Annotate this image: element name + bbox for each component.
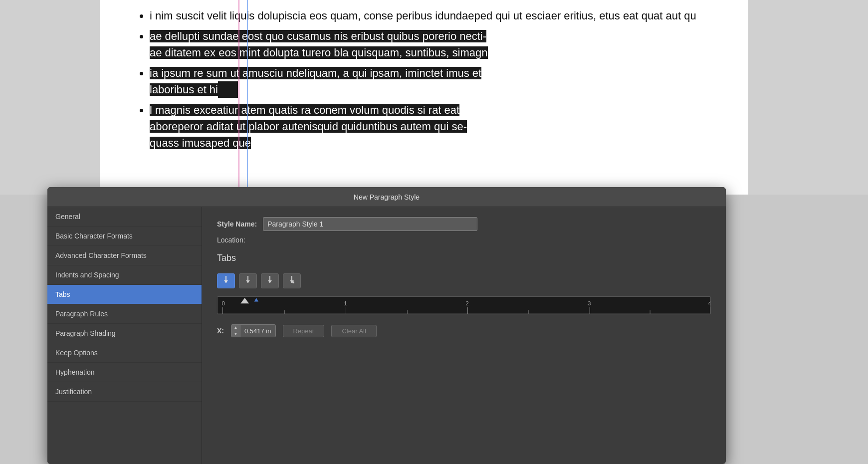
x-stepper-down[interactable]: ▼ [231, 331, 240, 337]
tab-left-icon [222, 276, 230, 286]
tab-right-icon [266, 276, 274, 286]
document-area: i nim suscit velit liquis dolupiscia eos… [0, 0, 868, 195]
sidebar-item-label: General [55, 213, 80, 221]
new-paragraph-style-dialog: New Paragraph Style General Basic Charac… [47, 187, 726, 464]
svg-marker-3 [246, 280, 250, 283]
location-label: Location: [217, 236, 245, 244]
main-panel: Style Name: Location: Tabs [202, 207, 726, 464]
svg-marker-25 [254, 298, 258, 302]
style-name-label: Style Name: [217, 220, 257, 228]
tab-ruler[interactable]: 0 1 2 3 4 [217, 296, 711, 314]
selected-text-1: ae dellupti sundae eost quo cusamus nis … [150, 30, 488, 59]
sidebar-item-label: Paragraph Shading [55, 329, 116, 337]
x-input-group: ▲ ▼ 0.5417 in [231, 324, 276, 337]
tab-decimal-icon [288, 276, 296, 286]
sidebar-item-justification[interactable]: Justification [47, 382, 202, 402]
svg-text:2: 2 [465, 301, 468, 306]
sidebar-item-basic-char[interactable]: Basic Character Formats [47, 227, 202, 246]
sidebar-item-tabs[interactable]: Tabs [47, 285, 202, 304]
page-content: i nim suscit velit liquis dolupiscia eos… [100, 0, 748, 195]
selected-text-3: l magnis exceatiur atem quatis ra conem … [150, 104, 467, 149]
sidebar-item-label: Indents and Spacing [55, 271, 119, 279]
tab-align-left-btn[interactable] [217, 273, 235, 288]
tab-buttons-row [217, 273, 711, 288]
clear-all-button[interactable]: Clear All [331, 325, 376, 337]
list-item-selected-2: ia ipsum re sum ut amusciu ndeliquam, a … [150, 65, 718, 98]
sidebar: General Basic Character Formats Advanced… [47, 207, 202, 464]
margin-line-pink [238, 0, 239, 195]
svg-text:0: 0 [221, 301, 224, 306]
repeat-button[interactable]: Repeat [283, 325, 325, 337]
sidebar-item-paragraph-rules[interactable]: Paragraph Rules [47, 304, 202, 324]
dialog-body: General Basic Character Formats Advanced… [47, 207, 726, 464]
sidebar-item-general[interactable]: General [47, 207, 202, 227]
section-title: Tabs [217, 253, 711, 263]
sidebar-item-paragraph-shading[interactable]: Paragraph Shading [47, 324, 202, 343]
svg-text:3: 3 [588, 301, 591, 306]
sidebar-item-label: Paragraph Rules [55, 310, 108, 318]
tab-center-icon [244, 276, 252, 286]
tab-align-decimal-btn[interactable] [283, 273, 301, 288]
style-name-row: Style Name: [217, 217, 711, 231]
location-row: Location: [217, 236, 711, 244]
x-field-row: X: ▲ ▼ 0.5417 in Repeat Clear All [217, 324, 711, 337]
bullet-text: i nim suscit velit liquis dolupiscia eos… [150, 9, 696, 22]
svg-text:4: 4 [708, 301, 710, 306]
document-text: i nim suscit velit liquis dolupiscia eos… [130, 7, 718, 151]
list-item-selected-3: l magnis exceatiur atem quatis ra conem … [150, 102, 718, 151]
sidebar-item-hyphenation[interactable]: Hyphenation [47, 363, 202, 382]
style-name-input[interactable] [263, 217, 477, 231]
x-stepper-up[interactable]: ▲ [231, 324, 240, 331]
ruler-svg: 0 1 2 3 4 [217, 297, 710, 314]
svg-point-8 [292, 281, 294, 283]
sidebar-item-advanced-char[interactable]: Advanced Character Formats [47, 246, 202, 265]
svg-marker-5 [268, 280, 272, 283]
list-item: i nim suscit velit liquis dolupiscia eos… [150, 7, 718, 24]
sidebar-item-keep-options[interactable]: Keep Options [47, 343, 202, 363]
sidebar-item-indents[interactable]: Indents and Spacing [47, 265, 202, 285]
sidebar-item-label: Keep Options [55, 349, 98, 357]
svg-text:1: 1 [344, 301, 347, 306]
svg-marker-24 [240, 298, 249, 303]
svg-marker-1 [224, 280, 228, 283]
sidebar-item-label: Advanced Character Formats [55, 251, 147, 259]
list-item-selected-1: ae dellupti sundae eost quo cusamus nis … [150, 28, 718, 61]
margin-line-blue [247, 0, 248, 195]
x-stepper[interactable]: ▲ ▼ [231, 324, 240, 337]
sidebar-item-label: Justification [55, 388, 92, 396]
sidebar-item-label: Hyphenation [55, 368, 95, 376]
selected-text-2: ia ipsum re sum ut amusciu ndeliquam, a … [150, 67, 481, 96]
dialog-titlebar: New Paragraph Style [47, 187, 726, 207]
sidebar-item-label: Tabs [55, 290, 70, 298]
x-label: X: [217, 327, 224, 335]
tab-align-center-btn[interactable] [239, 273, 257, 288]
dialog-title: New Paragraph Style [354, 193, 420, 201]
sidebar-item-label: Basic Character Formats [55, 232, 133, 240]
x-value: 0.5417 in [240, 327, 275, 335]
tab-align-right-btn[interactable] [261, 273, 279, 288]
